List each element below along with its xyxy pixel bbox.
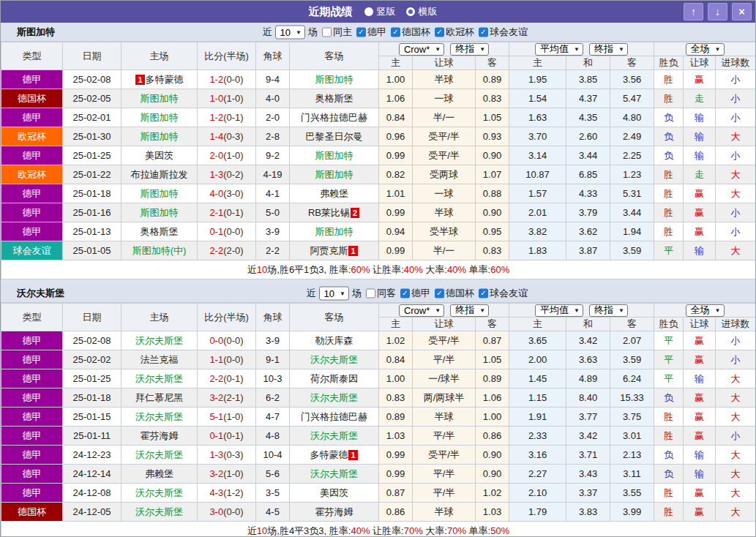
score-cell: 3-2(1-0) [198, 465, 256, 484]
scope-select[interactable]: 全场▼ [686, 304, 725, 317]
layout-radio-vertical[interactable]: 竖版 [364, 5, 396, 18]
away-team-cell: 沃尔夫斯堡 [290, 388, 379, 408]
full-time-score: 1-4 [209, 131, 223, 142]
away-team-name: 门兴格拉德巴赫 [301, 411, 367, 422]
odds-source-select[interactable]: Crow*▼ [399, 43, 444, 56]
avg-home-odds: 3.65 [509, 331, 566, 350]
competition-checkbox[interactable]: ✓德国杯 [391, 26, 430, 39]
result-handicap: 赢 [684, 350, 716, 369]
date-cell: 25-02-05 [63, 89, 121, 108]
result-handicap: 赢 [684, 503, 716, 522]
column-subheader: 胜负 [654, 56, 684, 70]
summary-text: 场,胜6平1负3, 胜率: [267, 264, 351, 275]
competition-checkbox[interactable]: ✓球会友谊 [479, 287, 528, 300]
handicap-away-odds: 0.90 [476, 465, 509, 484]
handicap-away-odds: 0.90 [476, 203, 509, 222]
score-cell: 1-3(0-3) [198, 446, 256, 465]
date-cell: 25-01-25 [63, 146, 121, 165]
handicap-line: 受两球 [413, 165, 476, 184]
competition-checkbox[interactable]: ✓球会友谊 [479, 26, 528, 39]
half-time-score: (0-0) [223, 335, 243, 346]
move-down-button[interactable]: ↓ [708, 3, 727, 20]
average-time-select[interactable]: 终指▼ [589, 43, 628, 56]
full-time-score: 4-0 [209, 188, 223, 199]
result-goals: 小 [716, 70, 756, 89]
close-button[interactable]: × [732, 3, 752, 20]
odds-source-select[interactable]: Crow*▼ [399, 304, 444, 317]
summary-text: 40% [404, 264, 423, 275]
competition-checkbox-label: 德国杯 [446, 287, 474, 300]
layout-radio-horizontal[interactable]: 横版 [406, 5, 438, 18]
column-subheader: 客 [476, 56, 509, 70]
summary-text: 场,胜4平3负3, 胜率: [267, 525, 351, 536]
avg-away-odds: 3.11 [610, 465, 654, 484]
chevron-down-icon: ▼ [574, 307, 580, 314]
avg-away-odds: 5.47 [610, 89, 654, 108]
competition-checkbox[interactable]: ✓德国杯 [435, 287, 474, 300]
date-cell: 25-02-02 [63, 350, 121, 369]
away-team-cell: 巴黎圣日尔曼 [290, 127, 379, 146]
match-row: 德甲25-01-13奥格斯堡0-1(0-0)3-9斯图加特0.94受半球0.95… [1, 222, 756, 241]
competition-checkbox[interactable]: ✓德甲 [356, 26, 386, 39]
odds-time-select[interactable]: 终指▼ [450, 43, 489, 56]
handicap-line: 半球 [413, 203, 476, 222]
competition-checkbox-label: 球会友谊 [490, 287, 528, 300]
avg-home-odds: 2.33 [509, 427, 566, 446]
handicap-line: 一/球半 [413, 369, 476, 388]
scope-select[interactable]: 全场▼ [686, 43, 725, 56]
competition-cell: 德甲 [1, 388, 63, 408]
half-time-score: (0-1) [223, 430, 243, 441]
half-time-score: (0-2) [223, 169, 243, 180]
result-outcome: 胜 [654, 70, 684, 89]
summary-text: 10 [257, 525, 267, 536]
avg-home-odds: 1.57 [509, 184, 566, 203]
result-outcome: 胜 [654, 408, 684, 427]
average-select[interactable]: 平均值▼ [535, 43, 583, 56]
recent-count-select[interactable]: 10▼ [319, 286, 349, 300]
chevron-down-icon: ▼ [340, 290, 345, 296]
result-goals: 小 [716, 331, 756, 350]
match-row: 德甲25-01-11霍芬海姆0-1(0-1)4-8沃尔夫斯堡1.03平/半0.8… [1, 427, 756, 446]
half-time-score: (0-1) [223, 112, 243, 123]
result-handicap: 输 [684, 108, 716, 127]
result-group-header: 全场▼ [654, 304, 756, 318]
odds-group-header: Crow*▼终指▼ [379, 304, 509, 318]
close-icon: × [738, 6, 744, 18]
odds-time-select[interactable]: 终指▼ [450, 304, 489, 317]
chevron-down-icon: ▼ [618, 307, 624, 314]
competition-cell: 德甲 [1, 70, 63, 89]
average-time-select[interactable]: 终指▼ [589, 304, 628, 317]
away-team-name: 斯图加特 [315, 226, 353, 237]
average-select-value: 平均值 [540, 42, 569, 56]
column-subheader: 主 [379, 318, 413, 331]
competition-checkbox[interactable]: ✓德甲 [400, 287, 430, 300]
full-time-score: 2-1 [209, 207, 223, 218]
handicap-away-odds: 0.95 [476, 222, 509, 241]
handicap-line: 受平/半 [413, 127, 476, 146]
competition-cell: 德甲 [1, 108, 63, 127]
date-cell: 25-01-18 [63, 184, 121, 203]
average-select[interactable]: 平均值▼ [535, 304, 583, 317]
column-subheader: 进球数 [716, 56, 756, 70]
handicap-home-odds: 0.87 [379, 484, 413, 503]
date-cell: 25-02-01 [63, 108, 121, 127]
summary-text: 让胜率: [370, 525, 403, 536]
date-cell: 25-01-25 [63, 369, 121, 388]
result-goals: 大 [716, 408, 756, 427]
corner-cell: 4-8 [256, 427, 290, 446]
filter-controls: 近10▼场同主✓德甲✓德国杯✓欧冠杯✓球会友谊 [263, 25, 528, 39]
move-up-button[interactable]: ↑ [684, 3, 703, 20]
same-venue-checkbox[interactable]: 同主 [322, 26, 352, 39]
competition-checkbox[interactable]: ✓欧冠杯 [435, 26, 474, 39]
away-team-cell: RB莱比锡2 [290, 203, 379, 222]
score-cell: 4-0(3-0) [198, 184, 256, 203]
home-team-cell: 拜仁慕尼黑 [121, 388, 198, 408]
away-team-name: 弗赖堡 [320, 188, 348, 199]
result-outcome: 平 [654, 331, 684, 350]
average-group-header: 平均值▼终指▼ [509, 304, 654, 318]
result-goals: 大 [716, 241, 756, 260]
same-venue-checkbox[interactable]: 同客 [366, 287, 396, 300]
score-cell: 2-2(2-0) [198, 241, 256, 260]
recent-count-select[interactable]: 10▼ [275, 25, 305, 39]
column-subheader: 和 [566, 56, 610, 70]
